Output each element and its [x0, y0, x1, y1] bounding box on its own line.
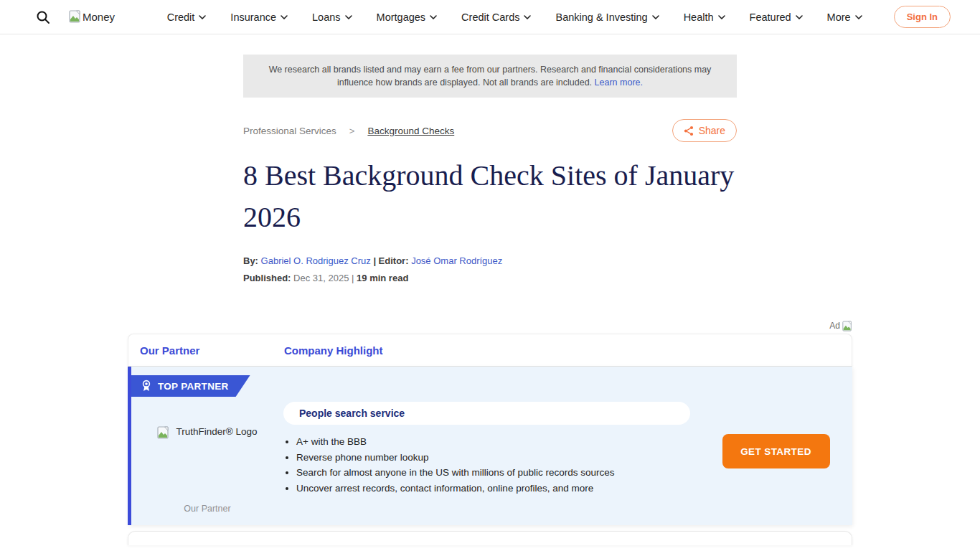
nav-label: Featured [750, 11, 791, 23]
next-card-top-edge [128, 531, 852, 545]
nav-item-featured[interactable]: Featured [750, 11, 803, 23]
published-line: Published: Dec 31, 2025 | 19 min read [243, 273, 737, 283]
column-header-company-highlight: Company Highlight [284, 344, 383, 357]
our-partner-caption: Our Partner [184, 504, 230, 514]
share-label: Share [699, 125, 725, 136]
chevron-down-icon [430, 15, 437, 19]
cta-column: GET STARTED [699, 367, 852, 525]
editor-link[interactable]: José Omar Rodríguez [411, 255, 502, 266]
breadcrumb-row: Professional Services > Background Check… [243, 119, 737, 142]
pipe-separator: | [352, 273, 354, 283]
get-started-button[interactable]: GET STARTED [722, 434, 830, 468]
broken-image-icon [69, 10, 81, 24]
company-highlight-column: People search service A+ with the BBB Re… [283, 367, 699, 525]
truthfinder-logo-alt: TruthFinder® Logo [176, 426, 257, 437]
top-navigation: Money Credit Insurance Loans Mortgages C… [0, 0, 980, 34]
nav-label: Banking & Investing [555, 11, 647, 23]
partner-row-truthfinder: TOP PARTNER TruthFinder® Logo Our Partne… [128, 367, 852, 525]
ad-slot: Ad [128, 321, 852, 334]
nav-item-more[interactable]: More [827, 11, 862, 23]
chevron-down-icon [855, 15, 862, 19]
learn-more-link[interactable]: Learn more. [595, 77, 643, 88]
nav-item-mortgages[interactable]: Mortgages [377, 11, 438, 23]
nav-item-banking-investing[interactable]: Banking & Investing [555, 11, 659, 23]
top-partner-badge: TOP PARTNER [131, 375, 250, 397]
broken-image-icon [157, 426, 169, 440]
broken-image-icon [842, 321, 852, 332]
nav-label: More [827, 11, 851, 23]
chevron-down-icon [718, 15, 725, 19]
nav-item-insurance[interactable]: Insurance [230, 11, 288, 23]
byline: By: Gabriel O. Rodriguez Cruz | Editor: … [243, 255, 737, 266]
highlight-bullet: Search for almost anyone in the US with … [296, 465, 699, 481]
nav-label: Insurance [230, 11, 276, 23]
share-button[interactable]: Share [672, 119, 737, 142]
nav-label: Mortgages [377, 11, 426, 23]
chevron-down-icon [524, 15, 531, 19]
chevron-down-icon [345, 15, 352, 19]
highlight-bullet: Uncover arrest records, contact informat… [296, 481, 699, 496]
page-title: 8 Best Background Check Sites of January… [243, 155, 737, 238]
search-icon[interactable] [36, 10, 50, 24]
highlight-bullet: Reverse phone number lookup [296, 450, 699, 466]
read-time: 19 min read [357, 273, 408, 283]
published-date: Dec 31, 2025 [293, 273, 349, 283]
disclosure-text: We research all brands listed and may ea… [269, 65, 712, 88]
award-ribbon-icon [141, 380, 151, 392]
author-link[interactable]: Gabriel O. Rodriguez Cruz [261, 255, 371, 266]
published-prefix: Published: [243, 273, 291, 283]
partner-table-header: Our Partner Company Highlight [128, 334, 852, 367]
chevron-down-icon [199, 15, 206, 19]
nav-label: Credit Cards [461, 11, 519, 23]
logo-alt-text: Money [83, 11, 115, 23]
by-prefix: By: [243, 255, 258, 266]
breadcrumb-background-checks[interactable]: Background Checks [367, 126, 454, 136]
highlight-bullet: A+ with the BBB [296, 434, 699, 450]
breadcrumb-professional-services[interactable]: Professional Services [243, 126, 336, 136]
editor-prefix: | Editor: [373, 255, 408, 266]
sign-in-button[interactable]: Sign In [894, 6, 951, 28]
chevron-down-icon [796, 15, 803, 19]
nav-label: Loans [312, 11, 341, 23]
nav-item-health[interactable]: Health [684, 11, 725, 23]
breadcrumb-separator: > [349, 126, 355, 136]
share-icon [684, 126, 694, 136]
service-category-pill: People search service [283, 402, 690, 425]
chevron-down-icon [281, 15, 288, 19]
nav-label: Health [684, 11, 714, 23]
breadcrumb: Professional Services > Background Check… [243, 126, 454, 136]
primary-nav: Credit Insurance Loans Mortgages Credit … [167, 11, 862, 23]
nav-item-credit-cards[interactable]: Credit Cards [461, 11, 531, 23]
ad-label: Ad [829, 321, 840, 331]
chevron-down-icon [652, 15, 659, 19]
advertiser-disclosure: We research all brands listed and may ea… [243, 55, 737, 98]
money-logo[interactable]: Money [69, 10, 115, 24]
nav-item-loans[interactable]: Loans [312, 11, 352, 23]
highlight-bullet-list: A+ with the BBB Reverse phone number loo… [283, 434, 699, 496]
truthfinder-logo[interactable]: TruthFinder® Logo [157, 426, 257, 440]
nav-label: Credit [167, 11, 195, 23]
nav-item-credit[interactable]: Credit [167, 11, 207, 23]
column-header-our-partner: Our Partner [140, 344, 284, 357]
top-partner-label: TOP PARTNER [158, 381, 229, 392]
